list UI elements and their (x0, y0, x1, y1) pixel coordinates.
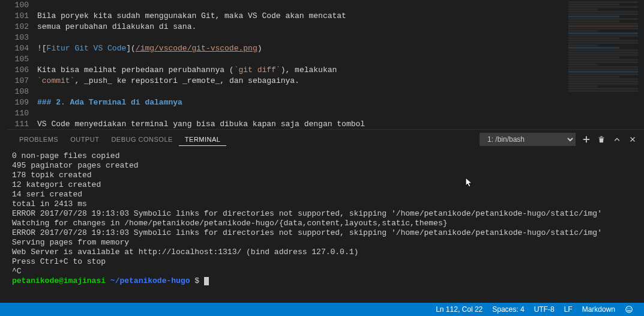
code-line[interactable]: VS Code menyediakan terminal yang bisa d… (37, 119, 566, 130)
close-panel-icon[interactable] (627, 134, 638, 145)
terminal-line: ^C (12, 267, 639, 276)
tab-terminal[interactable]: TERMINAL (179, 133, 227, 146)
status-lncol[interactable]: Ln 112, Col 22 (431, 305, 487, 314)
terminal-line: Web Server is available at http://localh… (12, 248, 639, 257)
line-number: 104 (7, 43, 29, 54)
code-line[interactable]: Kita bisa melihat perbedaan perubahannya… (37, 65, 566, 76)
line-number: 100 (7, 0, 29, 11)
code-line[interactable] (37, 108, 566, 119)
svg-point-2 (630, 308, 631, 309)
code-line[interactable] (37, 54, 566, 65)
status-bar: Ln 112, Col 22 Spaces: 4 UTF-8 LF Markdo… (0, 303, 644, 316)
line-number: 110 (7, 108, 29, 119)
code-line[interactable]: ### 2. Ada Terminal di dalamnya (37, 97, 566, 108)
code-line[interactable] (37, 32, 566, 43)
line-number: 109 (7, 97, 29, 108)
code-line[interactable] (37, 87, 566, 97)
panel-tabs: PROBLEMS OUTPUT DEBUG CONSOLE TERMINAL 1… (7, 130, 644, 149)
editor-pane[interactable]: 100101102103104105106107108109110111 Bil… (7, 0, 644, 129)
maximize-panel-icon[interactable] (612, 134, 622, 145)
line-number: 103 (7, 32, 29, 43)
status-spaces[interactable]: Spaces: 4 (487, 305, 529, 314)
status-lang[interactable]: Markdown (577, 305, 620, 314)
code-line[interactable]: Bila poryek kita sudah menggunakan Git, … (37, 11, 566, 22)
svg-point-1 (627, 308, 628, 309)
terminal-line: 495 paginator pages created (12, 161, 639, 171)
terminal-selector[interactable]: 1: /bin/bash (480, 133, 576, 146)
terminal-line: 14 seri created (12, 190, 639, 199)
terminal-cursor (204, 277, 209, 285)
code-line[interactable]: ![Fitur Git VS Code](/img/vscode/git-vsc… (37, 43, 566, 54)
terminal-line: 178 topik created (12, 171, 639, 180)
terminal-line: 0 non-page files copied (12, 151, 639, 161)
line-number: 111 (7, 119, 29, 130)
code-line[interactable]: `commit`, _push_ ke repositori _remote_,… (37, 76, 566, 87)
line-number: 105 (7, 54, 29, 65)
terminal-line: 12 kategori created (12, 180, 639, 190)
new-terminal-icon[interactable] (580, 134, 591, 145)
line-number: 106 (7, 65, 29, 76)
terminal-prompt[interactable]: petanikode@imajinasi ~/petanikode-hugo $ (12, 276, 639, 286)
kill-terminal-icon[interactable] (596, 134, 607, 145)
feedback-icon[interactable] (620, 305, 638, 314)
panel: PROBLEMS OUTPUT DEBUG CONSOLE TERMINAL 1… (7, 129, 644, 302)
terminal-line: ERROR 2017/07/28 19:13:03 Symbolic links… (12, 228, 639, 238)
terminal-line: total in 2413 ms (12, 199, 639, 209)
code-line[interactable]: semua perubahan dilakukan di sana. (37, 22, 566, 32)
line-number: 108 (7, 87, 29, 97)
line-numbers: 100101102103104105106107108109110111 (7, 0, 37, 129)
minimap[interactable] (566, 0, 644, 129)
terminal-line: Watching for changes in /home/petanikode… (12, 219, 639, 228)
line-number: 107 (7, 76, 29, 87)
terminal-content[interactable]: 0 non-page files copied495 paginator pag… (7, 149, 644, 302)
status-eol[interactable]: LF (559, 305, 577, 314)
code-line[interactable] (37, 0, 566, 11)
tab-debug-console[interactable]: DEBUG CONSOLE (105, 133, 178, 145)
status-encoding[interactable]: UTF-8 (529, 305, 559, 314)
svg-point-0 (626, 306, 633, 313)
terminal-line: Serving pages from memory (12, 238, 639, 248)
code-content[interactable]: Bila poryek kita sudah menggunakan Git, … (37, 0, 566, 129)
gutter (0, 0, 7, 303)
tab-problems[interactable]: PROBLEMS (13, 133, 64, 145)
terminal-line: ERROR 2017/07/28 19:13:03 Symbolic links… (12, 209, 639, 219)
line-number: 102 (7, 22, 29, 32)
terminal-line: Press Ctrl+C to stop (12, 257, 639, 267)
tab-output[interactable]: OUTPUT (64, 133, 105, 145)
line-number: 101 (7, 11, 29, 22)
